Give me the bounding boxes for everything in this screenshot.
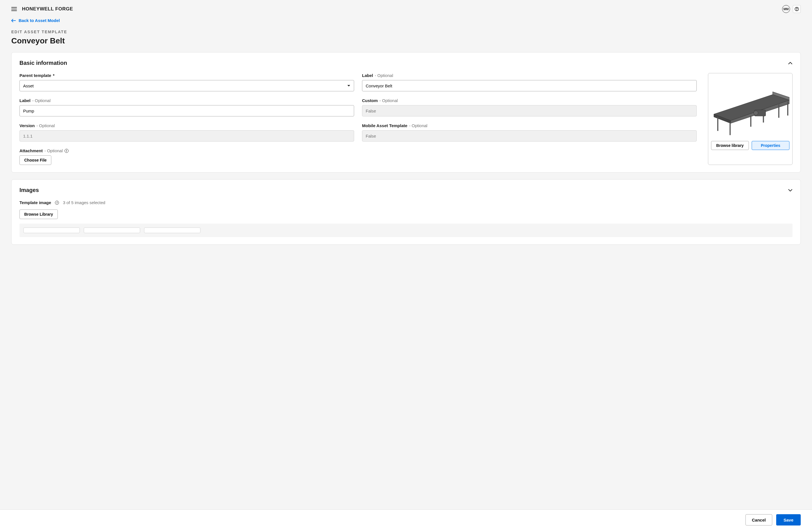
conveyor-belt-icon bbox=[711, 79, 789, 135]
back-link-text: Back to Asset Model bbox=[19, 18, 60, 23]
preview-image bbox=[711, 76, 789, 138]
mobile-input bbox=[362, 130, 697, 142]
help-icon bbox=[795, 7, 799, 11]
form-grid: Parent template * Asset Label - Optional bbox=[19, 73, 697, 165]
svg-point-1 bbox=[797, 10, 797, 11]
header-left: HONEYWELL FORGE bbox=[11, 6, 73, 12]
parent-template-field: Parent template * Asset bbox=[19, 73, 354, 91]
info-icon[interactable]: i bbox=[64, 149, 69, 153]
label-bottom-input[interactable] bbox=[19, 105, 354, 116]
user-avatar[interactable]: MM bbox=[782, 5, 790, 13]
app-logo: HONEYWELL FORGE bbox=[22, 6, 73, 12]
properties-button[interactable]: Properties bbox=[752, 141, 789, 150]
choose-file-button[interactable]: Choose File bbox=[19, 155, 51, 165]
browse-library-images-button[interactable]: Browse Library bbox=[19, 209, 58, 219]
custom-label: Custom - Optional bbox=[362, 98, 697, 103]
mobile-label: Mobile Asset Template - Optional bbox=[362, 123, 697, 128]
app-header: HONEYWELL FORGE MM bbox=[0, 0, 812, 18]
parent-template-select[interactable]: Asset bbox=[19, 80, 354, 91]
page-content: Back to Asset Model EDIT ASSET TEMPLATE … bbox=[0, 18, 812, 282]
menu-icon[interactable] bbox=[11, 7, 17, 11]
images-title: Images bbox=[19, 187, 39, 193]
custom-field: Custom - Optional bbox=[362, 98, 697, 116]
version-field: Version - Optional bbox=[19, 123, 354, 142]
attachment-label: Attachment - Optional i bbox=[19, 148, 697, 153]
chevron-up-icon bbox=[788, 62, 793, 64]
image-thumbnails bbox=[19, 223, 793, 237]
attachment-field: Attachment - Optional i Choose File bbox=[19, 148, 697, 165]
label-top-field: Label - Optional bbox=[362, 73, 697, 91]
page-eyebrow: EDIT ASSET TEMPLATE bbox=[11, 30, 801, 34]
back-link[interactable]: Back to Asset Model bbox=[11, 18, 801, 23]
template-image-label: Template image bbox=[19, 200, 51, 205]
images-card: Images Template image i 3 of 5 images se… bbox=[11, 179, 801, 245]
preview-panel: Browse library Properties bbox=[708, 73, 793, 165]
svg-rect-11 bbox=[787, 102, 788, 116]
images-collapse-toggle[interactable] bbox=[788, 188, 793, 193]
basic-info-title: Basic information bbox=[19, 60, 67, 66]
template-image-header: Template image i 3 of 5 images selected bbox=[19, 200, 793, 205]
svg-point-13 bbox=[754, 111, 758, 115]
custom-input bbox=[362, 105, 697, 116]
basic-info-card: Basic information Parent template * bbox=[11, 52, 801, 173]
chevron-down-icon bbox=[788, 189, 793, 192]
basic-info-header: Basic information bbox=[19, 60, 793, 66]
svg-rect-7 bbox=[730, 123, 731, 135]
image-thumb[interactable] bbox=[144, 227, 201, 233]
svg-rect-6 bbox=[717, 117, 719, 131]
page-title: Conveyor Belt bbox=[11, 36, 801, 45]
images-count: 3 of 5 images selected bbox=[63, 200, 105, 205]
parent-template-label: Parent template * bbox=[19, 73, 354, 78]
label-top-input[interactable] bbox=[362, 80, 697, 91]
image-thumb[interactable] bbox=[24, 227, 80, 233]
images-header: Images bbox=[19, 187, 793, 193]
mobile-field: Mobile Asset Template - Optional bbox=[362, 123, 697, 142]
form-area: Parent template * Asset Label - Optional bbox=[19, 73, 793, 165]
arrow-left-icon bbox=[11, 19, 16, 23]
version-input bbox=[19, 130, 354, 142]
header-right: MM bbox=[782, 5, 801, 13]
label-bottom-field: Label - Optional bbox=[19, 98, 354, 116]
info-icon[interactable]: i bbox=[55, 201, 59, 205]
svg-rect-8 bbox=[750, 116, 751, 127]
svg-rect-10 bbox=[778, 104, 779, 118]
image-thumb[interactable] bbox=[84, 227, 140, 233]
preview-actions: Browse library Properties bbox=[711, 141, 789, 150]
browse-library-button[interactable]: Browse library bbox=[711, 141, 749, 150]
version-label: Version - Optional bbox=[19, 123, 354, 128]
label-top-label: Label - Optional bbox=[362, 73, 697, 78]
label-bottom-label: Label - Optional bbox=[19, 98, 354, 103]
collapse-toggle[interactable] bbox=[788, 61, 793, 65]
help-button[interactable] bbox=[793, 5, 801, 13]
